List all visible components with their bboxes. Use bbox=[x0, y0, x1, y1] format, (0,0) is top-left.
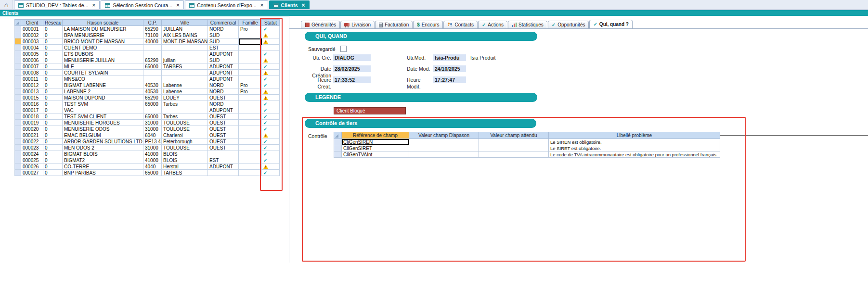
cell-famille[interactable] bbox=[239, 120, 262, 126]
cell-client[interactable]: 000011 bbox=[21, 76, 43, 82]
cell-commercial[interactable]: SUD bbox=[208, 32, 239, 38]
row-selector[interactable] bbox=[15, 45, 21, 51]
close-icon[interactable]: × bbox=[260, 2, 264, 8]
date-creation-field[interactable]: 28/02/2025 bbox=[333, 65, 371, 72]
cell-statut[interactable]: ! bbox=[262, 57, 280, 63]
tab-statistiques[interactable]: Statistiques bbox=[508, 21, 547, 28]
home-button[interactable]: ⌂ bbox=[0, 0, 13, 9]
cell-raison-sociale[interactable]: TEST SVM CLIENT bbox=[63, 113, 143, 120]
cell-statut[interactable]: ✓ bbox=[262, 76, 280, 82]
row-selector[interactable] bbox=[15, 151, 21, 157]
cell-client[interactable]: 000019 bbox=[21, 120, 43, 126]
cell-ville[interactable]: Charleroi bbox=[162, 132, 208, 138]
cell-ville[interactable]: TOULOUSE bbox=[162, 126, 208, 132]
cell-libelle[interactable]: Le SIRET est obligatoire. bbox=[549, 145, 720, 151]
cell-statut[interactable]: ! bbox=[262, 70, 280, 76]
cell-commercial[interactable] bbox=[208, 170, 239, 176]
cell-client[interactable]: 000027 bbox=[21, 170, 43, 176]
close-icon[interactable]: × bbox=[92, 2, 95, 8]
cell-cp[interactable]: 40530 bbox=[143, 82, 162, 88]
top-tab-clients[interactable]: Clients× bbox=[269, 0, 310, 9]
cell-cp[interactable]: 6040 bbox=[143, 132, 162, 138]
tab-facturation[interactable]: Facturation bbox=[375, 21, 413, 28]
cell-commercial[interactable]: SUD bbox=[208, 57, 239, 63]
cell-famille[interactable] bbox=[239, 126, 262, 132]
cell-reference[interactable]: CliGenSIRET bbox=[342, 145, 409, 151]
cell-commercial[interactable]: OUEST bbox=[208, 95, 239, 101]
cell-raison-sociale[interactable]: MENUISERIE JUILLAN bbox=[63, 57, 143, 63]
col-header-reseau[interactable]: Réseau bbox=[43, 20, 63, 26]
row-selector[interactable] bbox=[15, 145, 21, 151]
row-selector[interactable] bbox=[15, 126, 21, 132]
row-selector[interactable] bbox=[15, 132, 21, 138]
cell-reference[interactable]: CliGenSIREN bbox=[342, 139, 409, 145]
cell-statut[interactable]: ✓ bbox=[262, 145, 280, 151]
cell-raison-sociale[interactable]: COURTET SYLVAIN bbox=[63, 70, 143, 76]
cell-cp[interactable]: 31000 bbox=[143, 145, 162, 151]
tab-actions[interactable]: ✓Actions bbox=[478, 21, 507, 28]
cell-raison-sociale[interactable]: BPA MENUISERIE bbox=[63, 32, 143, 38]
cell-statut[interactable]: ✓ bbox=[262, 107, 280, 113]
cell-client[interactable]: 000021 bbox=[21, 132, 43, 138]
cell-commercial[interactable]: ADUPONT bbox=[208, 76, 239, 82]
cell-ville[interactable] bbox=[162, 51, 208, 57]
cell-raison-sociale[interactable]: CO-TERRE bbox=[63, 164, 143, 170]
row-selector[interactable] bbox=[15, 170, 21, 176]
cell-ville[interactable]: JUILLAN bbox=[162, 26, 208, 32]
top-tab-contenu-session-d-expo[interactable]: Contenu Session d'Expo...× bbox=[185, 0, 268, 9]
cell-client[interactable]: 000012 bbox=[21, 82, 43, 88]
cell-famille[interactable] bbox=[239, 101, 262, 107]
cell-reseau[interactable]: 0 bbox=[43, 107, 63, 113]
cell-commercial[interactable]: OUEST bbox=[208, 120, 239, 126]
col-header-cp[interactable]: C.P. bbox=[143, 20, 162, 26]
cell-commercial[interactable]: ADUPONT bbox=[208, 164, 239, 170]
close-icon[interactable]: × bbox=[302, 2, 305, 8]
cell-commercial[interactable]: NORD bbox=[208, 26, 239, 32]
cell-famille[interactable] bbox=[239, 151, 262, 157]
cell-famille[interactable]: Pro bbox=[239, 82, 262, 88]
cell-reseau[interactable]: 0 bbox=[43, 132, 63, 138]
cell-reseau[interactable]: 0 bbox=[43, 164, 63, 170]
cell-statut[interactable]: ! bbox=[262, 132, 280, 138]
cell-statut[interactable]: ✓ bbox=[262, 120, 280, 126]
col-header-valeur-diapason[interactable]: Valeur champ Diapason bbox=[409, 132, 479, 139]
cell-statut[interactable] bbox=[262, 45, 280, 51]
cell-diapason[interactable] bbox=[409, 145, 479, 151]
cell-famille[interactable]: Pro bbox=[239, 88, 262, 95]
tab-opportunites[interactable]: ✓Opportunités bbox=[548, 21, 589, 28]
cell-client[interactable]: 000008 bbox=[21, 70, 43, 76]
select-all-corner[interactable] bbox=[15, 20, 21, 26]
cell-raison-sociale[interactable]: BRICO MONT DE MARSAN bbox=[63, 38, 143, 45]
cell-ville[interactable] bbox=[162, 70, 208, 76]
cell-commercial[interactable]: NORD bbox=[208, 82, 239, 88]
cell-ville[interactable]: TARBES bbox=[162, 63, 208, 70]
cell-commercial[interactable]: EST bbox=[208, 45, 239, 51]
cell-raison-sociale[interactable]: BIGMAT BLOIS bbox=[63, 151, 143, 157]
cell-statut[interactable]: ✓ bbox=[262, 151, 280, 157]
col-header-valeur-attendu[interactable]: Valeur champ attendu bbox=[479, 132, 549, 139]
cell-commercial[interactable] bbox=[208, 151, 239, 157]
cell-raison-sociale[interactable]: BIGMAT2 bbox=[63, 157, 143, 164]
col-header-client[interactable]: Client bbox=[21, 20, 43, 26]
uti-cre-field[interactable]: DIALOG bbox=[333, 54, 371, 61]
cell-reseau[interactable]: 0 bbox=[43, 95, 63, 101]
cell-reseau[interactable]: 0 bbox=[43, 138, 63, 145]
cell-reseau[interactable]: 0 bbox=[43, 26, 63, 32]
cell-ville[interactable]: Labenne bbox=[162, 88, 208, 95]
cell-cp[interactable]: 41000 bbox=[143, 151, 162, 157]
cell-ville[interactable]: Tarbes bbox=[162, 101, 208, 107]
cell-famille[interactable] bbox=[239, 170, 262, 176]
col-header-reference-champ[interactable]: Référence de champ bbox=[342, 132, 409, 139]
col-header-ville[interactable]: Ville bbox=[162, 20, 208, 26]
cell-commercial[interactable]: EST bbox=[208, 157, 239, 164]
cell-client[interactable]: 000002 bbox=[21, 32, 43, 38]
date-mod-field[interactable]: 24/10/2025 bbox=[433, 65, 466, 72]
cell-statut[interactable]: ✓ bbox=[262, 26, 280, 32]
row-selector[interactable] bbox=[15, 51, 21, 57]
cell-statut[interactable]: ✓ bbox=[262, 157, 280, 164]
col-header-libelle-probleme[interactable]: Libellé problème bbox=[549, 132, 720, 139]
sauvegarde-checkbox[interactable] bbox=[340, 46, 347, 52]
cell-cp[interactable] bbox=[143, 51, 162, 57]
cell-commercial[interactable]: NORD bbox=[208, 101, 239, 107]
row-selector[interactable] bbox=[15, 82, 21, 88]
